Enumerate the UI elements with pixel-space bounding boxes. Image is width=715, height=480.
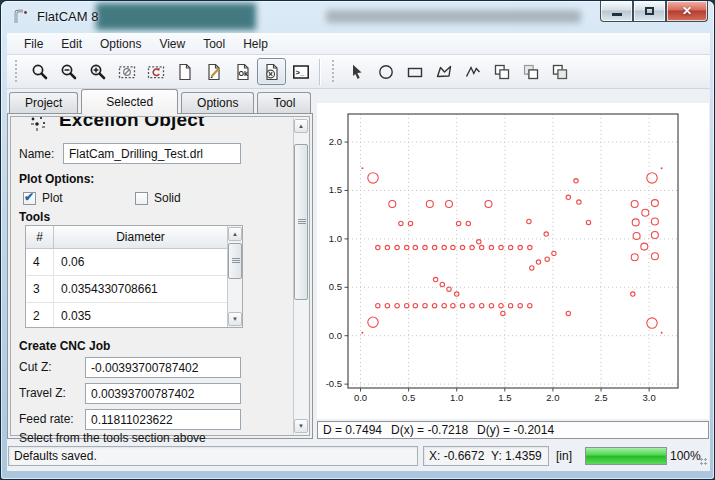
toolbar-separator: [319, 59, 320, 85]
name-label: Name:: [19, 147, 54, 161]
save-project-button[interactable]: Ok: [228, 58, 257, 85]
draw-circle-icon: [377, 63, 395, 81]
draw-circle-button[interactable]: [371, 58, 400, 85]
tab-tool[interactable]: Tool: [257, 92, 311, 113]
cnc-heading: Create CNC Job: [19, 339, 110, 353]
scroll-down-icon[interactable]: ▼: [228, 312, 242, 326]
draw-rectangle-button[interactable]: [400, 58, 429, 85]
minimize-button[interactable]: [600, 1, 633, 22]
app-window: FlatCAM 8 ✕ FileEditOptionsViewToolHelp …: [0, 0, 715, 480]
progress-percent: 100%: [670, 449, 701, 463]
tools-note: Select from the tools section above: [19, 431, 206, 445]
toolbar-grip: [15, 60, 19, 84]
readout-d: D = 0.7494: [323, 423, 382, 437]
draw-path-button[interactable]: [458, 58, 487, 85]
scroll-up-icon[interactable]: ▲: [228, 227, 242, 241]
menu-tool[interactable]: Tool: [194, 34, 234, 54]
toolbar-grip: [332, 60, 336, 84]
clear-plot-button[interactable]: [112, 58, 141, 85]
cut-z-input[interactable]: [85, 357, 241, 378]
select-tool-button[interactable]: [342, 58, 371, 85]
zoom-fit-button[interactable]: [25, 58, 54, 85]
resize-grip-icon[interactable]: [700, 458, 708, 466]
excellon-drill-icon: [29, 115, 49, 133]
menu-edit[interactable]: Edit: [52, 34, 91, 54]
zoom-in-button[interactable]: [83, 58, 112, 85]
svg-text:1.0: 1.0: [329, 233, 342, 244]
flatcam-logo-icon: [13, 8, 30, 25]
menu-view[interactable]: View: [150, 34, 194, 54]
copy-object-button[interactable]: [487, 58, 516, 85]
maximize-icon: [645, 7, 654, 15]
svg-text:Ok: Ok: [238, 70, 247, 77]
tool-diameter-cell: 0.06: [54, 249, 227, 275]
col-header-number[interactable]: #: [26, 226, 54, 248]
solid-checkbox-box[interactable]: [135, 192, 148, 205]
menubar: FileEditOptionsViewToolHelp: [7, 33, 710, 55]
checkbox-solid[interactable]: Solid: [135, 191, 181, 205]
draw-rectangle-icon: [406, 63, 424, 81]
window-frame: FlatCAM 8 ✕ FileEditOptionsViewToolHelp …: [1, 1, 714, 479]
checkbox-plot[interactable]: ✔ Plot: [23, 191, 63, 205]
tool-diameter-cell: 0.035: [54, 303, 227, 328]
measure-readout: D = 0.7494D(x) = -0.7218D(y) = -0.2014: [317, 421, 709, 439]
menu-help[interactable]: Help: [234, 34, 277, 54]
titlebar[interactable]: FlatCAM 8 ✕: [1, 1, 714, 33]
coord-x: X: -0.6672: [429, 449, 484, 463]
duplicate-object-button[interactable]: [545, 58, 574, 85]
delete-object-icon: [263, 63, 281, 81]
cut-z-label: Cut Z:: [19, 360, 52, 374]
clear-plot-icon: [118, 63, 136, 81]
scroll-up-icon[interactable]: ▲: [294, 119, 308, 133]
plot-checkbox-box[interactable]: ✔: [23, 192, 36, 205]
status-message: Defaults saved.: [8, 446, 418, 466]
maximize-button[interactable]: [633, 1, 666, 22]
select-tool-icon: [348, 63, 366, 81]
table-row[interactable]: 2 0.035: [26, 303, 242, 328]
progress-bar: [585, 447, 667, 465]
svg-text:0.0: 0.0: [354, 392, 367, 403]
shell-button[interactable]: >_: [286, 58, 315, 85]
zoom-out-icon: [60, 63, 78, 81]
menu-options[interactable]: Options: [91, 34, 150, 54]
cursor-coordinates: X: -0.6672 Y: 1.4359: [423, 446, 549, 466]
draw-polygon-icon: [435, 63, 453, 81]
zoom-out-button[interactable]: [54, 58, 83, 85]
table-row[interactable]: 4 0.06: [26, 249, 242, 276]
svg-text:2.0: 2.0: [329, 136, 342, 147]
name-input[interactable]: [63, 143, 241, 164]
table-scrollbar-thumb[interactable]: [228, 243, 242, 279]
readout-dx: D(x) = -0.7218: [391, 423, 468, 437]
zoom-fit-icon: [31, 63, 49, 81]
check-icon: ✔: [24, 190, 34, 204]
panel-scrollbar-thumb[interactable]: [294, 144, 308, 300]
delete-object-button[interactable]: [257, 58, 286, 85]
tools-table[interactable]: # Diameter 4 0.063 0.03543307086612 0.03…: [25, 225, 243, 328]
drill-points: [361, 167, 662, 334]
close-button[interactable]: ✕: [666, 1, 708, 22]
svg-text:2.5: 2.5: [594, 392, 607, 403]
move-object-button[interactable]: [516, 58, 545, 85]
plot-canvas[interactable]: 0.00.51.01.52.02.53.0-0.50.00.51.01.52.0: [317, 103, 709, 419]
travel-z-input[interactable]: [85, 383, 241, 404]
move-object-icon: [522, 63, 540, 81]
replot-button[interactable]: [141, 58, 170, 85]
menu-file[interactable]: File: [15, 34, 52, 54]
new-project-button[interactable]: [170, 58, 199, 85]
duplicate-object-icon: [551, 63, 569, 81]
units-label: [in]: [556, 449, 572, 463]
col-header-diameter[interactable]: Diameter: [54, 226, 242, 248]
tab-selected[interactable]: Selected: [81, 89, 178, 114]
draw-polygon-button[interactable]: [429, 58, 458, 85]
open-project-button[interactable]: [199, 58, 228, 85]
table-scrollbar[interactable]: ▲ ▼: [227, 226, 242, 327]
feed-rate-input[interactable]: [85, 409, 241, 430]
scroll-down-icon[interactable]: ▼: [294, 419, 308, 433]
table-row[interactable]: 3 0.0354330708661: [26, 276, 242, 303]
panel-scrollbar[interactable]: ▲ ▼: [293, 118, 308, 434]
svg-text:1.5: 1.5: [498, 392, 511, 403]
tab-options[interactable]: Options: [181, 92, 254, 113]
tab-project[interactable]: Project: [9, 92, 78, 113]
panel-heading: Excellon Object: [59, 117, 259, 131]
client-area: FileEditOptionsViewToolHelp Ok >_: [7, 33, 710, 471]
